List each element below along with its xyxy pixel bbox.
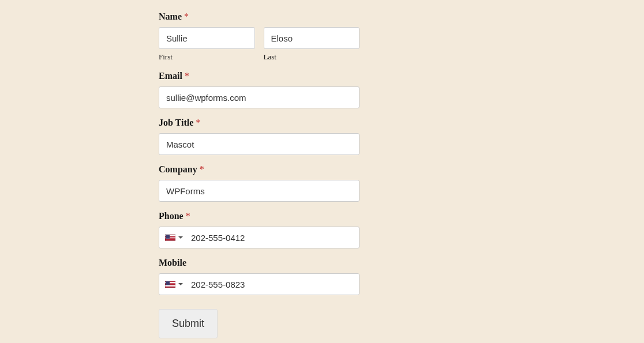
mobile-input-wrapper [159,273,360,295]
phone-field-group: Phone * [159,211,360,248]
company-field-group: Company * [159,164,360,202]
company-input[interactable] [159,180,360,202]
job-title-required: * [196,118,200,127]
last-name-col: Last [264,27,360,62]
phone-input[interactable] [188,227,359,248]
company-label-text: Company [159,164,197,174]
first-name-input[interactable] [159,27,255,49]
submit-button[interactable]: Submit [159,309,218,338]
job-title-input[interactable] [159,133,360,155]
phone-label-text: Phone [159,211,184,221]
us-flag-icon [165,281,175,288]
contact-form: Name * First Last Email * Job Title * [159,12,360,338]
email-label: Email * [159,71,360,81]
us-flag-icon [165,234,175,241]
company-required: * [200,164,204,174]
email-input[interactable] [159,86,360,108]
chevron-down-icon [178,283,183,285]
first-name-sublabel: First [159,52,255,62]
name-row: First Last [159,27,360,62]
company-label: Company * [159,164,360,175]
chevron-down-icon [178,236,183,239]
last-name-sublabel: Last [264,52,360,62]
mobile-label: Mobile [159,258,360,268]
mobile-input[interactable] [188,274,359,295]
job-title-label-text: Job Title [159,118,193,127]
name-required: * [184,12,189,21]
mobile-field-group: Mobile [159,258,360,295]
mobile-label-text: Mobile [159,258,186,267]
email-label-text: Email [159,71,182,81]
first-name-col: First [159,27,255,62]
email-required: * [185,71,189,81]
name-field-group: Name * First Last [159,12,360,62]
email-field-group: Email * [159,71,360,108]
job-title-field-group: Job Title * [159,118,360,155]
job-title-label: Job Title * [159,118,360,128]
name-label: Name * [159,12,360,22]
phone-country-selector[interactable] [159,234,188,241]
phone-input-wrapper [159,227,360,248]
mobile-country-selector[interactable] [159,281,188,288]
last-name-input[interactable] [264,27,360,49]
phone-required: * [186,211,190,221]
name-label-text: Name [159,12,182,21]
phone-label: Phone * [159,211,360,221]
